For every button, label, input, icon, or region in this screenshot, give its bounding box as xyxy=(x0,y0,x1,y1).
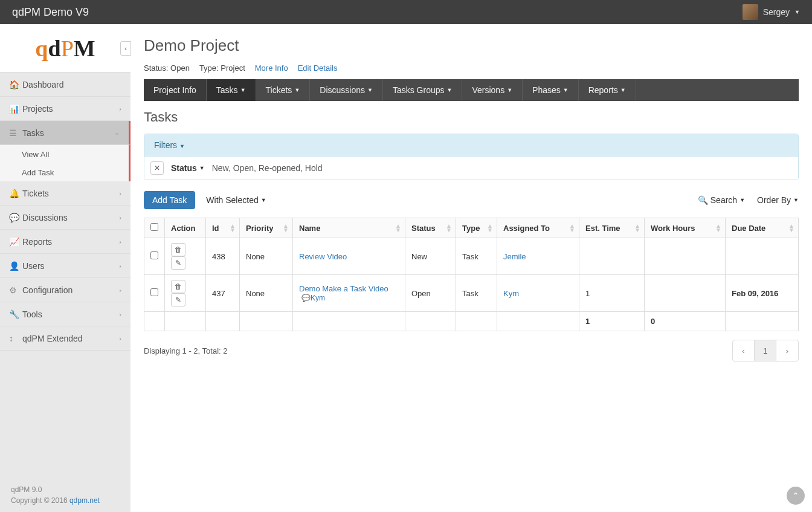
nav-icon: 📈 xyxy=(9,237,22,247)
assignee-link[interactable]: Kym xyxy=(503,289,519,298)
nav-icon: ↕ xyxy=(9,334,22,343)
add-task-button[interactable]: Add Task xyxy=(144,191,195,209)
task-link[interactable]: Demo Make a Task Video xyxy=(299,284,388,293)
search-icon: 🔍 xyxy=(698,195,708,205)
remove-filter-button[interactable]: ✕ xyxy=(150,161,164,175)
caret-down-icon: ▼ xyxy=(740,197,745,203)
chevron-right-icon: › xyxy=(119,105,121,112)
sidebar-collapse-button[interactable]: ‹ xyxy=(120,41,131,56)
filters-toggle[interactable]: Filters ▼ xyxy=(144,134,798,156)
sidebar-item-discussions[interactable]: 💬Discussions› xyxy=(0,206,130,230)
topbar: qdPM Demo V9 Sergey ▼ xyxy=(0,0,812,24)
caret-down-icon: ▼ xyxy=(793,197,799,203)
meta-status: Status: Open xyxy=(144,63,190,73)
subnav-add-task[interactable]: Add Task xyxy=(0,163,129,181)
col-est-time[interactable]: Est. Time▲▼ xyxy=(579,218,645,238)
tab-tasks-groups[interactable]: Tasks Groups▼ xyxy=(383,79,463,101)
caret-down-icon: ▼ xyxy=(261,197,266,203)
select-all-checkbox[interactable] xyxy=(150,223,158,231)
chevron-right-icon: › xyxy=(119,262,121,270)
order-by-dropdown[interactable]: Order By▼ xyxy=(757,195,799,205)
caret-down-icon: ▼ xyxy=(507,87,512,93)
sidebar-item-qdpm-extended[interactable]: ↕qdPM Extended› xyxy=(0,326,130,351)
with-selected-dropdown[interactable]: With Selected▼ xyxy=(206,195,266,205)
col-work-hours[interactable]: Work Hours▲▼ xyxy=(645,218,726,238)
assignee-link[interactable]: Jemile xyxy=(503,252,526,261)
col-name[interactable]: Name▲▼ xyxy=(293,218,405,238)
sidebar-item-projects[interactable]: 📊Projects› xyxy=(0,97,130,121)
tab-phases[interactable]: Phases▼ xyxy=(523,79,579,101)
nav-icon: 🔧 xyxy=(9,309,22,319)
comment-icon[interactable]: 💬Kym xyxy=(301,294,325,302)
table-row: 🗑✎437NoneDemo Make a Task Video💬KymOpenT… xyxy=(144,275,799,312)
col-priority[interactable]: Priority▲▼ xyxy=(240,218,293,238)
col-due-date[interactable]: Due Date▲▼ xyxy=(726,218,799,238)
row-checkbox[interactable] xyxy=(150,288,158,296)
search-dropdown[interactable]: 🔍 Search▼ xyxy=(698,195,745,205)
caret-down-icon: ▼ xyxy=(563,87,569,93)
chevron-down-icon: ▼ xyxy=(794,9,800,15)
nav-icon: 💬 xyxy=(9,213,22,222)
page-1-button[interactable]: 1 xyxy=(755,340,776,361)
task-link[interactable]: Review Video xyxy=(299,252,347,261)
qdpm-link[interactable]: qdpm.net xyxy=(69,496,100,505)
pagination: ‹ 1 › xyxy=(732,340,799,361)
scroll-top-button[interactable]: ⌃ xyxy=(787,487,805,505)
tab-project-info[interactable]: Project Info xyxy=(144,79,207,101)
delete-button[interactable]: 🗑 xyxy=(171,280,185,293)
filter-values: New, Open, Re-opened, Hold xyxy=(212,163,323,173)
caret-down-icon: ▼ xyxy=(179,143,185,149)
edit-button[interactable]: ✎ xyxy=(171,256,185,270)
sort-icon: ▲▼ xyxy=(487,224,493,232)
project-tabs: Project InfoTasks▼Tickets▼Discussions▼Ta… xyxy=(144,79,799,101)
tasks-table: ActionId▲▼Priority▲▼Name▲▼Status▲▼Type▲▼… xyxy=(144,218,799,331)
row-checkbox[interactable] xyxy=(150,251,158,259)
tab-versions[interactable]: Versions▼ xyxy=(462,79,523,101)
sidebar-item-tasks[interactable]: ☰Tasks⌄ xyxy=(0,121,130,145)
sort-icon: ▲▼ xyxy=(446,224,452,232)
edit-button[interactable]: ✎ xyxy=(171,293,185,306)
version-label: qdPM 9.0 xyxy=(11,484,100,495)
sidebar-item-dashboard[interactable]: 🏠Dashboard xyxy=(0,73,130,97)
col-status[interactable]: Status▲▼ xyxy=(405,218,456,238)
col-type[interactable]: Type▲▼ xyxy=(456,218,497,238)
tab-reports[interactable]: Reports▼ xyxy=(579,79,636,101)
caret-down-icon: ▼ xyxy=(447,87,453,93)
delete-button[interactable]: 🗑 xyxy=(171,243,185,256)
edit-details-link[interactable]: Edit Details xyxy=(298,63,338,73)
sidebar-item-tools[interactable]: 🔧Tools› xyxy=(0,302,130,326)
sort-icon: ▲▼ xyxy=(634,224,640,232)
chevron-down-icon: ⌄ xyxy=(114,129,120,137)
tab-tickets[interactable]: Tickets▼ xyxy=(256,79,311,101)
col-assigned-to[interactable]: Assigned To▲▼ xyxy=(497,218,579,238)
section-title: Tasks xyxy=(144,109,799,125)
sidebar-item-tickets[interactable]: 🔔Tickets› xyxy=(0,181,130,206)
nav-icon: ☰ xyxy=(9,128,22,138)
col-id[interactable]: Id▲▼ xyxy=(206,218,240,238)
chevron-right-icon: › xyxy=(119,238,121,245)
meta-type: Type: Project xyxy=(199,63,245,73)
user-name-label: Sergey xyxy=(763,7,790,17)
more-info-link[interactable]: More Info xyxy=(255,63,288,73)
sort-icon: ▲▼ xyxy=(395,224,401,232)
sort-icon: ▲▼ xyxy=(230,224,236,232)
filter-status-dropdown[interactable]: Status▼ xyxy=(171,163,205,173)
table-row: 🗑✎438NoneReview VideoNewTaskJemile xyxy=(144,238,799,275)
col-action[interactable]: Action xyxy=(165,218,206,238)
chevron-right-icon: › xyxy=(119,335,121,342)
filters-panel: Filters ▼ ✕ Status▼ New, Open, Re-opened… xyxy=(144,134,799,180)
total-est: 1 xyxy=(579,312,645,331)
chevron-right-icon: › xyxy=(119,214,121,221)
next-page-button[interactable]: › xyxy=(776,340,798,361)
subnav-view-all[interactable]: View All xyxy=(0,145,129,163)
caret-down-icon: ▼ xyxy=(367,87,373,93)
tab-discussions[interactable]: Discussions▼ xyxy=(310,79,383,101)
prev-page-button[interactable]: ‹ xyxy=(733,340,755,361)
tab-tasks[interactable]: Tasks▼ xyxy=(207,79,256,101)
nav-icon: 🏠 xyxy=(9,80,22,89)
user-menu[interactable]: Sergey ▼ xyxy=(743,4,800,20)
sidebar-item-configuration[interactable]: ⚙Configuration› xyxy=(0,278,130,302)
sidebar-footer: qdPM 9.0 Copyright © 2016 qdpm.net xyxy=(0,478,111,512)
sidebar-item-users[interactable]: 👤Users› xyxy=(0,254,130,278)
sidebar-item-reports[interactable]: 📈Reports› xyxy=(0,230,130,254)
